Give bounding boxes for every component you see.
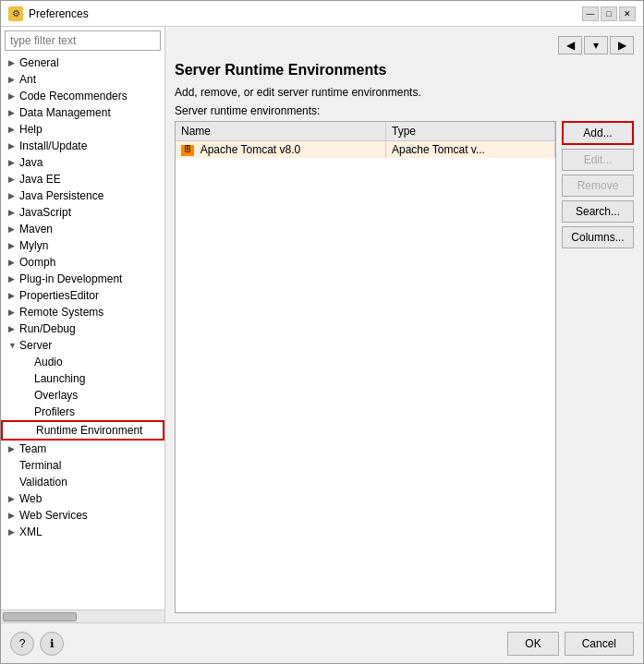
expand-arrow: ▶ (8, 58, 19, 67)
expand-arrow: ▶ (8, 175, 19, 184)
sidebar-item-launching[interactable]: Launching (1, 370, 164, 387)
dropdown-nav-button[interactable]: ▾ (584, 36, 608, 54)
expand-arrow: ▶ (8, 241, 19, 250)
close-button[interactable]: ✕ (619, 6, 636, 21)
expand-arrow: ▶ (8, 141, 19, 151)
bottom-bar: ? ℹ OK Cancel (1, 622, 643, 663)
expand-arrow: ▶ (8, 527, 19, 537)
sidebar-item-java-ee[interactable]: ▶ Java EE (1, 171, 164, 187)
filter-input[interactable] (5, 30, 161, 51)
sidebar-item-general[interactable]: ▶ General (1, 54, 164, 71)
expand-arrow: ▼ (8, 341, 19, 350)
sidebar-item-data-management[interactable]: ▶ Data Management (1, 104, 164, 121)
sidebar-item-runtime-environment[interactable]: Runtime Environment (1, 420, 164, 441)
sidebar-item-server[interactable]: ▼ Server (1, 337, 164, 354)
bottom-left-buttons: ? ℹ (10, 632, 64, 656)
window-title: Preferences (29, 7, 577, 20)
info-button[interactable]: ℹ (40, 632, 64, 656)
info-icon: ℹ (50, 637, 55, 650)
sidebar-item-java-persistence[interactable]: ▶ Java Persistence (1, 187, 164, 204)
window-controls: — □ ✕ (582, 6, 636, 21)
expand-arrow: ▶ (8, 511, 19, 520)
right-panel: ◀ ▾ ▶ Server Runtime Environments Add, r… (165, 27, 643, 622)
column-header-type: Type (386, 122, 555, 141)
cancel-button[interactable]: Cancel (565, 632, 634, 656)
expand-arrow: ▶ (8, 324, 19, 333)
sidebar-item-plugin-development[interactable]: ▶ Plug-in Development (1, 271, 164, 287)
help-button[interactable]: ? (10, 632, 34, 656)
panel-description: Add, remove, or edit server runtime envi… (175, 86, 634, 99)
expand-arrow: ▶ (8, 444, 19, 453)
table-area: Name Type 🗄 Apache Tomcat v8.0 Apache To… (175, 121, 634, 613)
scrollbar-thumb[interactable] (3, 612, 77, 622)
preferences-window: ⚙ Preferences — □ ✕ ▶ General ▶ Ant (0, 0, 644, 664)
sidebar-item-xml[interactable]: ▶ XML (1, 524, 164, 540)
expand-arrow: ▶ (8, 208, 19, 217)
tree: ▶ General ▶ Ant ▶ Code Recommenders ▶ Da… (1, 54, 164, 610)
row-name: 🗄 Apache Tomcat v8.0 (176, 141, 386, 159)
expand-arrow: ▶ (8, 291, 19, 300)
sidebar-item-java[interactable]: ▶ Java (1, 154, 164, 171)
sidebar-item-properties-editor[interactable]: ▶ PropertiesEditor (1, 287, 164, 304)
panel-sublabel: Server runtime environments: (175, 104, 634, 117)
runtime-environments-table: Name Type 🗄 Apache Tomcat v8.0 Apache To… (176, 122, 555, 158)
expand-arrow: ▶ (8, 224, 19, 234)
expand-arrow: ▶ (8, 75, 19, 84)
expand-arrow: ▶ (8, 191, 19, 200)
sidebar-item-code-recommenders[interactable]: ▶ Code Recommenders (1, 88, 164, 104)
nav-bar: ◀ ▾ ▶ (175, 36, 634, 54)
expand-arrow: ▶ (8, 258, 19, 267)
sidebar-item-ant[interactable]: ▶ Ant (1, 71, 164, 88)
expand-arrow: ▶ (8, 274, 19, 284)
button-panel: Add... Edit... Remove Search... Columns.… (562, 121, 634, 613)
sidebar-item-profilers[interactable]: Profilers (1, 404, 164, 420)
sidebar-item-mylyn[interactable]: ▶ Mylyn (1, 237, 164, 254)
sidebar-item-terminal[interactable]: Terminal (1, 457, 164, 474)
table-wrapper: Name Type 🗄 Apache Tomcat v8.0 Apache To… (175, 121, 556, 613)
horizontal-scrollbar[interactable] (1, 610, 164, 622)
expand-arrow: ▶ (8, 494, 19, 503)
row-type: Apache Tomcat v... (386, 141, 555, 159)
sidebar-item-web[interactable]: ▶ Web (1, 490, 164, 507)
sidebar-item-team[interactable]: ▶ Team (1, 441, 164, 457)
sidebar-item-validation[interactable]: Validation (1, 474, 164, 490)
sidebar-item-remote-systems[interactable]: ▶ Remote Systems (1, 304, 164, 320)
column-header-name: Name (176, 122, 386, 141)
minimize-button[interactable]: — (582, 6, 599, 21)
sidebar-item-run-debug[interactable]: ▶ Run/Debug (1, 320, 164, 337)
expand-arrow: ▶ (8, 308, 19, 317)
sidebar-item-install-update[interactable]: ▶ Install/Update (1, 138, 164, 154)
expand-arrow: ▶ (8, 125, 19, 134)
server-icon: 🗄 (181, 145, 194, 156)
window-icon: ⚙ (8, 6, 23, 21)
sidebar-item-oomph[interactable]: ▶ Oomph (1, 254, 164, 271)
sidebar-item-maven[interactable]: ▶ Maven (1, 221, 164, 237)
sidebar: ▶ General ▶ Ant ▶ Code Recommenders ▶ Da… (1, 27, 165, 622)
main-content: ▶ General ▶ Ant ▶ Code Recommenders ▶ Da… (1, 27, 643, 622)
ok-button[interactable]: OK (507, 632, 558, 656)
expand-arrow: ▶ (8, 91, 19, 101)
bottom-right-buttons: OK Cancel (507, 632, 634, 656)
sidebar-item-audio[interactable]: Audio (1, 354, 164, 370)
forward-button[interactable]: ▶ (610, 36, 634, 54)
expand-arrow: ▶ (8, 158, 19, 167)
sidebar-item-web-services[interactable]: ▶ Web Services (1, 507, 164, 524)
search-button[interactable]: Search... (562, 200, 634, 223)
panel-title: Server Runtime Environments (175, 62, 634, 78)
sidebar-item-javascript[interactable]: ▶ JavaScript (1, 204, 164, 221)
add-button[interactable]: Add... (562, 121, 634, 145)
expand-arrow: ▶ (8, 108, 19, 117)
title-bar: ⚙ Preferences — □ ✕ (1, 1, 643, 27)
columns-button[interactable]: Columns... (562, 226, 634, 248)
remove-button[interactable]: Remove (562, 175, 634, 197)
sidebar-item-overlays[interactable]: Overlays (1, 387, 164, 404)
question-icon: ? (19, 637, 26, 650)
back-button[interactable]: ◀ (558, 36, 582, 54)
sidebar-item-help[interactable]: ▶ Help (1, 121, 164, 138)
table-row[interactable]: 🗄 Apache Tomcat v8.0 Apache Tomcat v... (176, 141, 555, 159)
maximize-button[interactable]: □ (601, 6, 617, 21)
edit-button[interactable]: Edit... (562, 149, 634, 171)
